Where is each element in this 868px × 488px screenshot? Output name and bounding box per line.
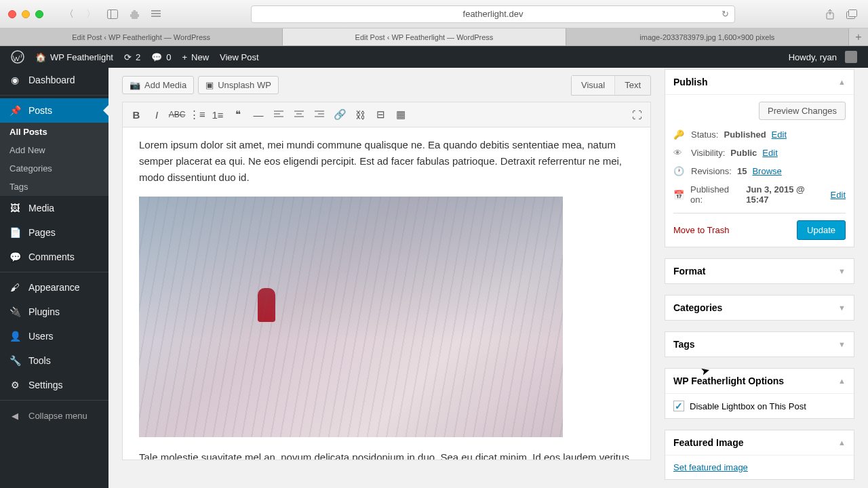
url-bar[interactable]: featherlight.dev ↻ [251, 5, 735, 23]
minimize-window-icon[interactable] [22, 10, 30, 18]
browser-tab[interactable]: image-2033783979.jpg 1,600×900 pixels [566, 28, 849, 45]
account-link[interactable]: Howdy, ryan [783, 51, 863, 63]
menu-tools[interactable]: 🔧Tools [0, 348, 108, 373]
camera-icon: 📷 [130, 80, 140, 90]
edit-status-link[interactable]: Edit [772, 129, 787, 140]
sidebar-toggle-icon[interactable] [104, 6, 121, 22]
format-box: Format▼ [665, 258, 854, 284]
publish-header[interactable]: Publish▲ [665, 70, 854, 95]
submenu-add-new[interactable]: Add New [0, 141, 108, 159]
ol-button[interactable]: 1≡ [208, 105, 227, 124]
browser-tab[interactable]: Edit Post ‹ WP Featherlight — WordPress [283, 28, 566, 45]
submenu-posts: All Posts Add New Categories Tags [0, 123, 108, 196]
collapse-menu[interactable]: ◀Collapse menu [0, 403, 108, 428]
forward-button: 〉 [83, 6, 99, 22]
share-icon[interactable] [822, 6, 838, 22]
text-tab[interactable]: Text [615, 76, 650, 95]
browse-revisions-link[interactable]: Browse [752, 166, 781, 176]
align-right-button[interactable] [310, 105, 329, 124]
editor-content[interactable]: Lorem ipsum dolor sit amet, mei mundi co… [123, 127, 650, 460]
quote-button[interactable]: ❝ [229, 105, 248, 124]
unsplash-button[interactable]: ▣Unsplash WP [198, 76, 279, 94]
user-icon: 👤 [8, 329, 22, 343]
featherlight-header[interactable]: WP Featherlight Options▲ [665, 369, 854, 394]
reload-icon[interactable]: ↻ [722, 9, 729, 19]
featured-image-box: Featured Image▲ Set featured image [665, 430, 854, 480]
content-image[interactable] [139, 197, 563, 437]
featured-image-header[interactable]: Featured Image▲ [665, 430, 854, 455]
add-media-button[interactable]: 📷Add Media [122, 76, 194, 94]
brush-icon: 🖌 [8, 281, 22, 294]
set-featured-image-link[interactable]: Set featured image [673, 462, 748, 472]
tabs-icon[interactable] [844, 6, 860, 22]
ul-button[interactable]: ⋮≡ [188, 105, 207, 124]
trash-link[interactable]: Move to Trash [673, 225, 729, 235]
home-icon: 🏠 [35, 52, 46, 62]
pin-icon: 📌 [8, 104, 22, 117]
key-icon: 🔑 [673, 129, 686, 140]
menu-posts[interactable]: 📌Posts [0, 98, 108, 123]
hr-button[interactable]: — [249, 105, 268, 124]
align-center-button[interactable] [290, 105, 309, 124]
svg-rect-0 [108, 9, 118, 18]
new-tab-button[interactable]: + [849, 28, 868, 45]
strike-button[interactable]: ABC [167, 105, 186, 124]
edit-visibility-link[interactable]: Edit [762, 148, 777, 158]
comments-link[interactable]: 💬0 [146, 46, 176, 68]
extension-icon[interactable] [126, 6, 142, 22]
menu-pages[interactable]: 📄Pages [0, 220, 108, 245]
disable-lightbox-option[interactable]: ✓ Disable Lightbox on This Post [673, 401, 846, 411]
collapse-icon: ◀ [8, 409, 22, 422]
menu-comments[interactable]: 💬Comments [0, 245, 108, 269]
toolbar-toggle-button[interactable]: ▦ [391, 105, 410, 124]
fullscreen-button[interactable]: ⛶ [627, 105, 646, 124]
menu-appearance[interactable]: 🖌Appearance [0, 275, 108, 300]
menu-dashboard[interactable]: ◉Dashboard [0, 68, 108, 92]
menu-users[interactable]: 👤Users [0, 324, 108, 348]
eye-icon: 👁 [673, 148, 686, 158]
paragraph: Lorem ipsum dolor sit amet, mei mundi co… [139, 137, 634, 186]
menu-media[interactable]: 🖼Media [0, 196, 108, 220]
edit-date-link[interactable]: Edit [831, 190, 846, 200]
view-post-link[interactable]: View Post [214, 46, 264, 68]
site-link[interactable]: 🏠WP Featherlight [30, 46, 119, 68]
categories-header[interactable]: Categories▼ [665, 296, 854, 320]
categories-box: Categories▼ [665, 295, 854, 321]
unlink-button[interactable]: ⛓ [351, 105, 370, 124]
update-button[interactable]: Update [797, 220, 846, 240]
more-button[interactable]: ⊟ [371, 105, 390, 124]
align-left-button[interactable] [269, 105, 288, 124]
italic-button[interactable]: I [147, 105, 166, 124]
featherlight-box: WP Featherlight Options▲ ✓ Disable Light… [665, 368, 854, 419]
paragraph: Tale molestie suavitate mel an, novum de… [139, 449, 634, 460]
submenu-tags[interactable]: Tags [0, 178, 108, 196]
submenu-all-posts[interactable]: All Posts [0, 123, 108, 141]
menu-plugins[interactable]: 🔌Plugins [0, 300, 108, 324]
bold-button[interactable]: B [127, 105, 146, 124]
admin-menu: ◉Dashboard 📌Posts All Posts Add New Cate… [0, 68, 108, 488]
menu-settings[interactable]: ⚙Settings [0, 373, 108, 397]
editor-mode-tabs: Visual Text [571, 75, 651, 96]
tags-box: Tags▼ [665, 331, 854, 357]
link-button[interactable]: 🔗 [330, 105, 349, 124]
wp-logo-icon[interactable] [5, 46, 30, 68]
editor-toolbar: B I ABC ⋮≡ 1≡ ❝ — 🔗 ⛓ ⊟ ▦ ⛶ [123, 102, 650, 127]
reader-icon[interactable] [148, 6, 164, 22]
visual-tab[interactable]: Visual [572, 76, 615, 95]
updates-link[interactable]: ⟳2 [119, 46, 146, 68]
new-content-link[interactable]: +New [176, 46, 214, 68]
browser-toolbar: 〈 〉 featherlight.dev ↻ [0, 0, 868, 28]
back-button[interactable]: 〈 [61, 6, 77, 22]
svg-rect-7 [849, 9, 857, 16]
preview-button[interactable]: Preview Changes [759, 102, 846, 120]
format-header[interactable]: Format▼ [665, 259, 854, 283]
submenu-categories[interactable]: Categories [0, 159, 108, 178]
chevron-up-icon: ▲ [838, 78, 846, 86]
comment-icon: 💬 [8, 250, 22, 264]
close-window-icon[interactable] [8, 10, 16, 18]
maximize-window-icon[interactable] [35, 10, 43, 18]
browser-tab[interactable]: Edit Post ‹ WP Featherlight — WordPress [0, 28, 283, 45]
tags-header[interactable]: Tags▼ [665, 332, 854, 357]
page-icon: 📄 [8, 226, 22, 239]
checkbox-checked-icon[interactable]: ✓ [673, 401, 684, 411]
